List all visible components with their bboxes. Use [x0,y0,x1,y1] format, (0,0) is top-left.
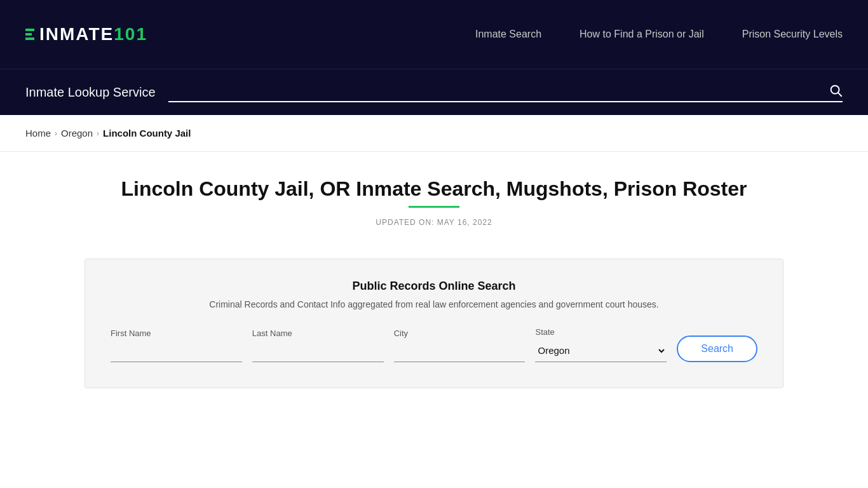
breadcrumb: Home › Oregon › Lincoln County Jail [25,128,843,139]
first-name-field: First Name [111,329,242,362]
last-name-label: Last Name [252,329,384,338]
svg-line-1 [838,93,841,96]
breadcrumb-chevron-1: › [55,129,57,138]
state-select[interactable]: Oregon Alabama Alaska California Texas [535,339,667,362]
page-title: Lincoln County Jail, OR Inmate Search, M… [25,177,843,201]
city-input[interactable] [394,341,526,362]
nav-item-security-levels[interactable]: Prison Security Levels [742,29,843,40]
breadcrumb-state[interactable]: Oregon [61,128,93,139]
updated-label: UPDATED ON: MAY 16, 2022 [25,218,843,227]
nav-links: Inmate Search How to Find a Prison or Ja… [475,29,843,40]
logo[interactable]: INMATE101 [25,24,147,44]
breadcrumb-chevron-2: › [97,129,99,138]
search-icon-button[interactable] [829,83,843,100]
search-card: Public Records Online Search Criminal Re… [85,259,783,388]
last-name-field: Last Name [252,329,384,362]
logo-icon [25,29,34,40]
search-card-title: Public Records Online Search [111,280,757,293]
search-input[interactable] [168,82,843,101]
state-label: State [535,327,667,337]
nav-link-inmate-search[interactable]: Inmate Search [475,29,541,39]
title-underline [409,206,459,208]
nav-link-how-to-find[interactable]: How to Find a Prison or Jail [580,29,704,39]
search-bar-section: Inmate Lookup Service [0,69,868,115]
search-card-subtitle: Criminal Records and Contact Info aggreg… [111,299,757,309]
search-form-row: First Name Last Name City State Oregon A… [111,327,757,362]
search-bar-label: Inmate Lookup Service [25,85,156,100]
nav-item-how-to-find[interactable]: How to Find a Prison or Jail [580,29,704,40]
first-name-label: First Name [111,329,242,338]
search-icon [829,83,843,97]
main-content: Lincoln County Jail, OR Inmate Search, M… [0,152,868,426]
state-field: State Oregon Alabama Alaska California T… [535,327,667,362]
search-button[interactable]: Search [677,336,757,362]
logo-text: INMATE101 [39,24,147,44]
nav-item-inmate-search[interactable]: Inmate Search [475,29,541,40]
first-name-input[interactable] [111,341,242,362]
top-navigation: INMATE101 Inmate Search How to Find a Pr… [0,0,868,69]
breadcrumb-section: Home › Oregon › Lincoln County Jail [0,115,868,152]
breadcrumb-current: Lincoln County Jail [103,128,191,139]
city-label: City [394,329,526,338]
last-name-input[interactable] [252,341,384,362]
nav-link-security-levels[interactable]: Prison Security Levels [742,29,843,39]
city-field: City [394,329,526,362]
search-input-wrapper [168,82,843,102]
breadcrumb-home[interactable]: Home [25,128,51,139]
